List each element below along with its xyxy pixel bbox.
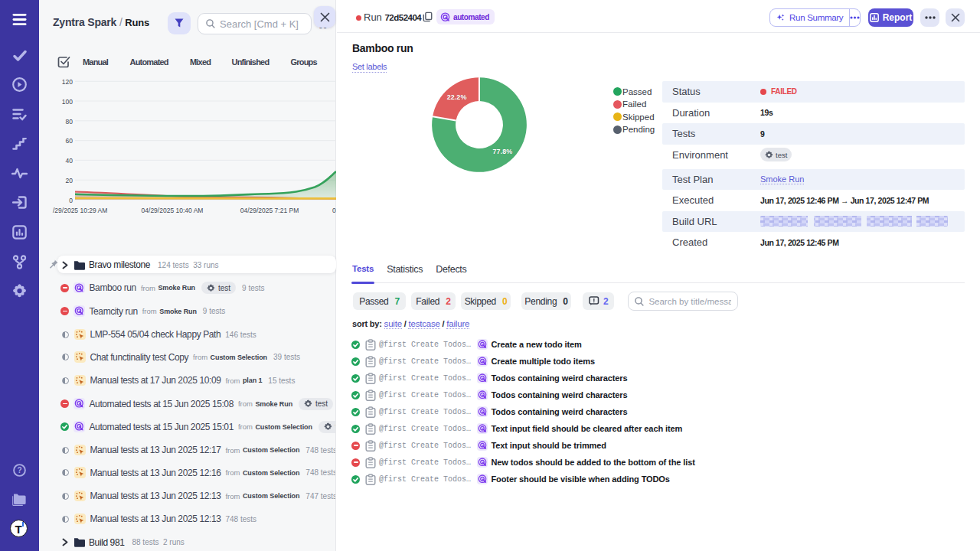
svg-text:40: 40 xyxy=(66,157,74,165)
svg-text:100: 100 xyxy=(62,98,73,106)
svg-text:77.8%: 77.8% xyxy=(493,148,513,155)
svg-text:?: ? xyxy=(17,466,21,474)
svg-text:0: 0 xyxy=(69,197,73,204)
svg-text:22.2%: 22.2% xyxy=(447,93,467,101)
svg-text:120: 120 xyxy=(62,78,73,86)
svg-text:/29/2025 10:29 AM: /29/2025 10:29 AM xyxy=(53,207,107,214)
svg-text:60: 60 xyxy=(66,137,74,145)
svg-text:20: 20 xyxy=(66,177,74,184)
svg-text:80: 80 xyxy=(66,118,74,126)
svg-text:0: 0 xyxy=(332,207,336,214)
svg-text:04/29/2025 7:21 PM: 04/29/2025 7:21 PM xyxy=(240,207,299,214)
svg-text:04/29/2025 10:40 AM: 04/29/2025 10:40 AM xyxy=(142,207,204,214)
